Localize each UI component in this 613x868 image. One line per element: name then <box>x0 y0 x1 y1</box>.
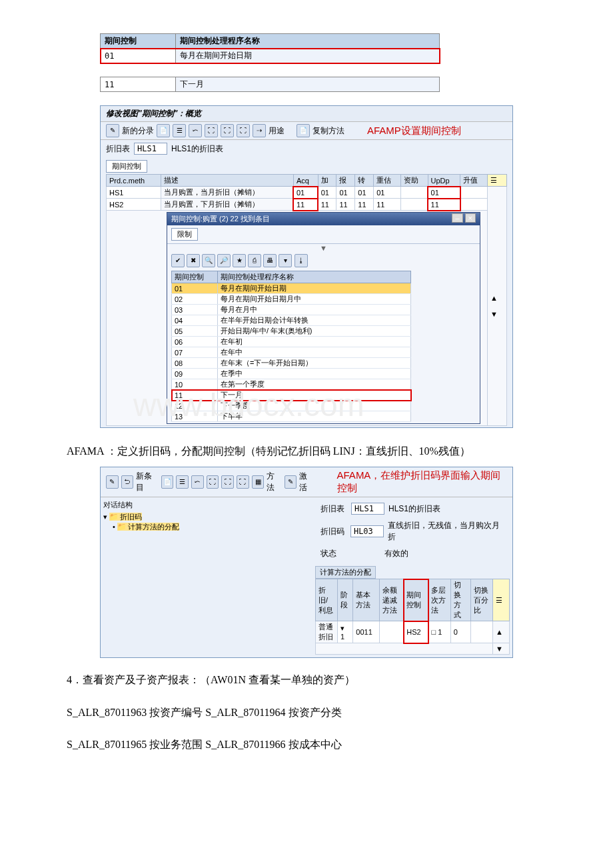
list-item[interactable]: 06在年初 <box>172 337 411 347</box>
list-item[interactable]: 10在第一个季度 <box>172 379 411 390</box>
depr-chart-code[interactable]: HLS1 <box>134 143 167 155</box>
tree-header: 对话结构 <box>103 500 203 510</box>
list-item-1: 4．查看资产及子资产报表：（AW01N 查看某一单独的资产） <box>67 670 546 690</box>
more-icon[interactable]: ⎙ <box>248 254 261 267</box>
expand2-icon[interactable]: ✎ <box>106 475 119 489</box>
table-row: 普通折旧 ▾ 1 0011 HS2 □ 1 0 ▲ <box>316 621 510 643</box>
afama-scroll[interactable]: ▲ <box>493 621 510 643</box>
period-search-popup: 期间控制:购置 (2) 22 找到条目 – × 限制 ▼ ✔ ✖ 🔍 🔎 ★ <box>167 212 480 424</box>
activate-icon[interactable]: ✎ <box>285 475 297 489</box>
findnext-icon[interactable]: 🔎 <box>217 254 231 267</box>
select-all-icon[interactable]: ⛶ <box>221 124 234 137</box>
deselect-icon[interactable]: ⛶ <box>237 124 250 137</box>
sa3-icon[interactable]: ⛶ <box>221 475 234 489</box>
usage-button[interactable]: 用途 <box>269 125 285 137</box>
gcol7: 资助 <box>400 175 428 187</box>
list-item[interactable]: 09在季中 <box>172 369 411 379</box>
export-icon[interactable]: ⭳ <box>295 254 308 267</box>
afama-panel: ✎ ⮌ 新条目 📄 ☰ ⤺ ⛶ ⛶ ⛶ ▦ 方法 ✎ 激活 AFAMA，在维护折… <box>100 467 513 658</box>
tree-depkey[interactable]: 折旧码 <box>109 513 142 521</box>
list-item[interactable]: 02每月在期间开始日期月中 <box>172 294 411 305</box>
afama-description: AFAMA ：定义折旧码，分配期间控制（特别记忆折旧码 LINJ：直线折旧、10… <box>67 441 546 461</box>
col-prog-name: 期间控制处理程序名称 <box>176 34 440 49</box>
list-item-3: S_ALR_87011965 按业务范围 S_ALR_87011966 按成本中… <box>67 735 546 755</box>
gcol1: 描述 <box>161 175 293 187</box>
activate-button[interactable]: 激活 <box>299 471 314 493</box>
headerrow1-code: 01 <box>101 49 176 63</box>
dialog-tree: 对话结构 ▾ 折旧码 • 计算方法的分配 <box>101 497 206 657</box>
sel3-icon[interactable]: ☰ <box>176 475 189 489</box>
gcol0: Prd.c.meth <box>107 175 161 187</box>
close2-icon[interactable]: ✖ <box>187 254 200 267</box>
afama-grid: 折旧/利息 阶段 基本方法 余额递减方法 期间控制 多层次方法 切换方式 切换百… <box>315 579 510 655</box>
list-item[interactable]: 01每月在期间开始日期 <box>172 283 411 294</box>
list-item[interactable]: 04在半年开始日期会计年转换 <box>172 315 411 326</box>
find-icon[interactable]: 🔍 <box>202 254 215 267</box>
undo-icon[interactable]: ⤺ <box>189 124 202 137</box>
delete-icon[interactable]: ⛶ <box>205 124 218 137</box>
copy3-icon[interactable]: 📄 <box>161 475 174 489</box>
depr-chart-row: 折旧表 HLS1 HLS1的折旧表 <box>101 140 512 157</box>
table-row: HS2 当月购置，下月折旧（摊销） 11 11 11 11 11 11 <box>107 199 507 211</box>
method-button[interactable]: 方法 <box>267 471 281 493</box>
new-entries-button[interactable]: 新的分录 <box>122 125 154 137</box>
gcol2: Acq <box>293 175 318 187</box>
list-item[interactable]: 11下一月 <box>172 390 411 401</box>
gcol8: UpDp <box>428 175 460 187</box>
tree-calc[interactable]: 计算方法的分配 <box>117 523 179 531</box>
panel-toolbar: ✎ 新的分录 📄 ☰ ⤺ ⛶ ⛶ ⛶ ⇢ 用途 📄 复制方法 AFAMP设置期间… <box>101 122 512 140</box>
new-entry-button[interactable]: 新条目 <box>136 471 158 493</box>
panel-title: 修改视图"期间控制"：概览 <box>101 106 512 122</box>
headerrow1-desc: 每月在期间开始日期 <box>176 49 440 63</box>
headerrow2-code: 11 <box>101 77 176 92</box>
list-item[interactable]: 08在年末（=下一年开始日期） <box>172 358 411 369</box>
afama-annotation: AFAMA，在维护折旧码界面输入期间控制 <box>337 469 507 495</box>
list-item[interactable]: 12下一季度 <box>172 401 411 411</box>
fav-icon[interactable]: ★ <box>233 254 246 267</box>
confirm-icon[interactable]: ✔ <box>171 254 185 267</box>
depr-chart-desc: HLS1的折旧表 <box>171 143 223 155</box>
popup-title-text: 期间控制:购置 (2) 22 找到条目 <box>171 214 270 224</box>
grid-scrollbar[interactable]: ▲▼ <box>488 187 507 426</box>
afamp-annotation: AFAMP设置期间控制 <box>367 125 461 137</box>
delim3-icon[interactable]: ⛶ <box>207 475 219 489</box>
gcol3: 加 <box>318 175 336 187</box>
dsa3-icon[interactable]: ⛶ <box>237 475 249 489</box>
gcol9: 升值 <box>460 175 488 187</box>
gcol6: 重估 <box>374 175 401 187</box>
select-icon[interactable]: ☰ <box>173 124 186 137</box>
period-control-header-table: 期间控制 期间控制处理程序名称 01 每月在期间开始日期 <box>100 33 440 63</box>
link-icon[interactable]: ⇢ <box>253 124 266 137</box>
print-icon[interactable]: 🖶 <box>263 254 277 267</box>
copy-method-button[interactable]: 复制方法 <box>312 125 344 137</box>
down-icon[interactable]: ▾ <box>279 254 292 267</box>
minimize-icon[interactable]: – <box>452 213 462 223</box>
expand-icon[interactable]: ✎ <box>106 124 119 137</box>
list-item-2: S_ALR_87011963 按资产编号 S_ALR_87011964 按资产分… <box>67 703 546 723</box>
period-control-header-table2: 11 下一月 <box>100 77 440 92</box>
popup-list: 期间控制 期间控制处理程序名称 01每月在期间开始日期02每月在期间开始日期月中… <box>171 271 476 422</box>
gcol4: 报 <box>336 175 355 187</box>
copy-icon[interactable]: 📄 <box>157 124 170 137</box>
col-period-ctrl: 期间控制 <box>101 34 176 49</box>
list-item[interactable]: 07在年中 <box>172 347 411 358</box>
restrict-tab[interactable]: 限制 <box>171 228 198 241</box>
gcol5: 转 <box>355 175 374 187</box>
list-item[interactable]: 03每月在月中 <box>172 305 411 315</box>
section-period-ctrl: 期间控制 <box>106 160 147 173</box>
depr-chart-label: 折旧表 <box>106 143 130 155</box>
list-item[interactable]: 13下半年 <box>172 411 411 422</box>
list-item[interactable]: 05开始日期/年中/ 年末(奥地利) <box>172 326 411 337</box>
table-row: HS1 当月购置，当月折旧（摊销） 01 01 01 01 01 01 ▲▼ <box>107 187 507 199</box>
undo3-icon[interactable]: ⤺ <box>191 475 204 489</box>
back-icon[interactable]: ⮌ <box>121 475 134 489</box>
headerrow2-desc: 下一月 <box>176 77 440 92</box>
close-icon[interactable]: × <box>465 213 476 223</box>
copy-method-icon[interactable]: 📄 <box>297 124 310 137</box>
period-grid: Prd.c.meth 描述 Acq 加 报 转 重估 资助 UpDp 升值 ☰ … <box>106 174 507 426</box>
layout-icon[interactable]: ▦ <box>252 475 265 489</box>
modify-view-panel: 修改视图"期间控制"：概览 ✎ 新的分录 📄 ☰ ⤺ ⛶ ⛶ ⛶ ⇢ 用途 📄 … <box>100 105 513 428</box>
